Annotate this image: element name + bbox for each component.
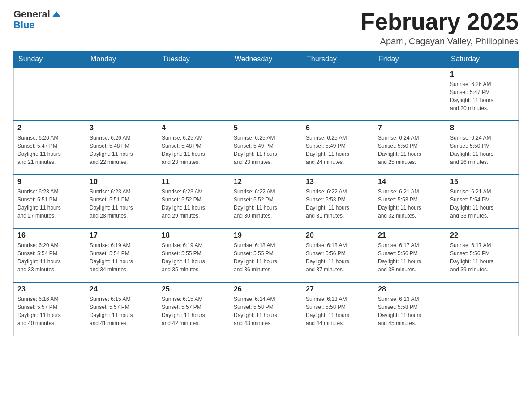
calendar-cell: 13Sunrise: 6:22 AM Sunset: 5:53 PM Dayli…	[302, 175, 374, 228]
day-number: 22	[450, 231, 515, 240]
calendar-cell: 3Sunrise: 6:26 AM Sunset: 5:48 PM Daylig…	[86, 121, 158, 175]
location-title: Aparri, Cagayan Valley, Philippines	[360, 36, 519, 47]
day-number: 27	[306, 285, 370, 293]
logo-general-text: General	[13, 9, 50, 20]
day-number: 7	[378, 124, 442, 132]
day-info: Sunrise: 6:13 AM Sunset: 5:58 PM Dayligh…	[378, 295, 442, 327]
calendar-header-row: SundayMondayTuesdayWednesdayThursdayFrid…	[14, 51, 519, 68]
calendar-cell	[86, 67, 158, 121]
day-number: 24	[90, 285, 154, 293]
day-info: Sunrise: 6:17 AM Sunset: 5:56 PM Dayligh…	[378, 241, 442, 274]
page-header: General Blue February 2025 Aparri, Cagay…	[13, 9, 519, 47]
calendar-cell: 27Sunrise: 6:13 AM Sunset: 5:58 PM Dayli…	[302, 282, 374, 336]
day-number: 8	[450, 124, 515, 132]
day-info: Sunrise: 6:15 AM Sunset: 5:57 PM Dayligh…	[90, 295, 154, 327]
day-info: Sunrise: 6:23 AM Sunset: 5:52 PM Dayligh…	[162, 188, 226, 220]
day-info: Sunrise: 6:26 AM Sunset: 5:47 PM Dayligh…	[17, 134, 82, 166]
calendar-cell: 4Sunrise: 6:25 AM Sunset: 5:48 PM Daylig…	[158, 121, 230, 175]
calendar-cell: 5Sunrise: 6:25 AM Sunset: 5:49 PM Daylig…	[230, 121, 302, 175]
day-number: 26	[234, 285, 298, 293]
calendar-cell: 15Sunrise: 6:21 AM Sunset: 5:54 PM Dayli…	[446, 175, 519, 228]
calendar-week-row: 9Sunrise: 6:23 AM Sunset: 5:51 PM Daylig…	[14, 175, 519, 228]
day-number: 10	[90, 178, 154, 186]
day-info: Sunrise: 6:26 AM Sunset: 5:47 PM Dayligh…	[450, 80, 515, 112]
calendar-week-row: 2Sunrise: 6:26 AM Sunset: 5:47 PM Daylig…	[14, 121, 519, 175]
day-number: 9	[17, 178, 82, 186]
calendar-cell: 10Sunrise: 6:23 AM Sunset: 5:51 PM Dayli…	[86, 175, 158, 228]
calendar-cell: 24Sunrise: 6:15 AM Sunset: 5:57 PM Dayli…	[86, 282, 158, 336]
day-number: 20	[306, 231, 370, 240]
column-header-friday: Friday	[374, 51, 446, 68]
day-number: 17	[90, 231, 154, 240]
day-info: Sunrise: 6:13 AM Sunset: 5:58 PM Dayligh…	[306, 295, 370, 327]
day-info: Sunrise: 6:24 AM Sunset: 5:50 PM Dayligh…	[378, 134, 442, 166]
calendar-cell: 19Sunrise: 6:18 AM Sunset: 5:55 PM Dayli…	[230, 228, 302, 282]
day-number: 12	[234, 178, 298, 186]
column-header-tuesday: Tuesday	[158, 51, 230, 68]
calendar-cell: 18Sunrise: 6:19 AM Sunset: 5:55 PM Dayli…	[158, 228, 230, 282]
calendar-cell: 20Sunrise: 6:18 AM Sunset: 5:56 PM Dayli…	[302, 228, 374, 282]
logo-triangle-icon	[52, 11, 61, 17]
day-info: Sunrise: 6:16 AM Sunset: 5:57 PM Dayligh…	[17, 295, 82, 327]
day-info: Sunrise: 6:20 AM Sunset: 5:54 PM Dayligh…	[17, 241, 82, 274]
day-number: 28	[378, 285, 442, 293]
calendar-cell: 17Sunrise: 6:19 AM Sunset: 5:54 PM Dayli…	[86, 228, 158, 282]
day-info: Sunrise: 6:25 AM Sunset: 5:48 PM Dayligh…	[162, 134, 226, 166]
day-number: 4	[162, 124, 226, 132]
day-number: 11	[162, 178, 226, 186]
calendar-week-row: 16Sunrise: 6:20 AM Sunset: 5:54 PM Dayli…	[14, 228, 519, 282]
calendar-cell: 2Sunrise: 6:26 AM Sunset: 5:47 PM Daylig…	[14, 121, 86, 175]
day-info: Sunrise: 6:19 AM Sunset: 5:55 PM Dayligh…	[162, 241, 226, 274]
logo-blue-text: Blue	[13, 20, 61, 30]
day-number: 21	[378, 231, 442, 240]
calendar-cell: 11Sunrise: 6:23 AM Sunset: 5:52 PM Dayli…	[158, 175, 230, 228]
day-number: 15	[450, 178, 515, 186]
calendar-cell: 12Sunrise: 6:22 AM Sunset: 5:52 PM Dayli…	[230, 175, 302, 228]
day-number: 5	[234, 124, 298, 132]
calendar-cell: 9Sunrise: 6:23 AM Sunset: 5:51 PM Daylig…	[14, 175, 86, 228]
day-info: Sunrise: 6:19 AM Sunset: 5:54 PM Dayligh…	[90, 241, 154, 274]
calendar-cell: 28Sunrise: 6:13 AM Sunset: 5:58 PM Dayli…	[374, 282, 446, 336]
calendar-cell	[446, 282, 519, 336]
column-header-wednesday: Wednesday	[230, 51, 302, 68]
day-number: 19	[234, 231, 298, 240]
calendar-cell: 6Sunrise: 6:25 AM Sunset: 5:49 PM Daylig…	[302, 121, 374, 175]
calendar-week-row: 1Sunrise: 6:26 AM Sunset: 5:47 PM Daylig…	[14, 67, 519, 121]
calendar-cell	[302, 67, 374, 121]
day-info: Sunrise: 6:23 AM Sunset: 5:51 PM Dayligh…	[17, 188, 82, 220]
calendar-cell	[230, 67, 302, 121]
day-number: 23	[17, 285, 82, 293]
day-number: 1	[450, 70, 515, 78]
day-info: Sunrise: 6:22 AM Sunset: 5:52 PM Dayligh…	[234, 188, 298, 220]
calendar-cell: 7Sunrise: 6:24 AM Sunset: 5:50 PM Daylig…	[374, 121, 446, 175]
calendar-cell	[374, 67, 446, 121]
calendar-cell	[158, 67, 230, 121]
day-number: 14	[378, 178, 442, 186]
logo: General Blue	[13, 9, 61, 30]
title-block: February 2025 Aparri, Cagayan Valley, Ph…	[360, 9, 519, 47]
day-info: Sunrise: 6:26 AM Sunset: 5:48 PM Dayligh…	[90, 134, 154, 166]
day-info: Sunrise: 6:21 AM Sunset: 5:53 PM Dayligh…	[378, 188, 442, 220]
calendar-cell: 8Sunrise: 6:24 AM Sunset: 5:50 PM Daylig…	[446, 121, 519, 175]
day-info: Sunrise: 6:18 AM Sunset: 5:55 PM Dayligh…	[234, 241, 298, 274]
column-header-thursday: Thursday	[302, 51, 374, 68]
column-header-monday: Monday	[86, 51, 158, 68]
day-number: 18	[162, 231, 226, 240]
day-number: 2	[17, 124, 82, 132]
calendar-cell: 25Sunrise: 6:15 AM Sunset: 5:57 PM Dayli…	[158, 282, 230, 336]
calendar-cell: 26Sunrise: 6:14 AM Sunset: 5:58 PM Dayli…	[230, 282, 302, 336]
calendar-week-row: 23Sunrise: 6:16 AM Sunset: 5:57 PM Dayli…	[14, 282, 519, 336]
day-number: 25	[162, 285, 226, 293]
calendar-cell: 14Sunrise: 6:21 AM Sunset: 5:53 PM Dayli…	[374, 175, 446, 228]
day-info: Sunrise: 6:24 AM Sunset: 5:50 PM Dayligh…	[450, 134, 515, 166]
day-info: Sunrise: 6:18 AM Sunset: 5:56 PM Dayligh…	[306, 241, 370, 274]
day-info: Sunrise: 6:22 AM Sunset: 5:53 PM Dayligh…	[306, 188, 370, 220]
calendar-cell	[14, 67, 86, 121]
day-info: Sunrise: 6:14 AM Sunset: 5:58 PM Dayligh…	[234, 295, 298, 327]
day-number: 3	[90, 124, 154, 132]
calendar-table: SundayMondayTuesdayWednesdayThursdayFrid…	[13, 51, 519, 336]
month-title: February 2025	[360, 9, 519, 34]
day-info: Sunrise: 6:21 AM Sunset: 5:54 PM Dayligh…	[450, 188, 515, 220]
calendar-cell: 22Sunrise: 6:17 AM Sunset: 5:56 PM Dayli…	[446, 228, 519, 282]
day-info: Sunrise: 6:25 AM Sunset: 5:49 PM Dayligh…	[306, 134, 370, 166]
